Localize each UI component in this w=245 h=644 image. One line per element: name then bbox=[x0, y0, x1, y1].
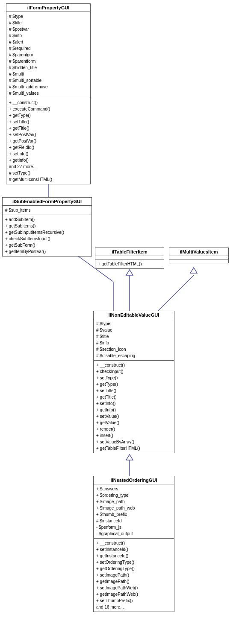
box-ilSubEnabledFormPropertyGUI: ilSubEnabledFormPropertyGUI # $sub_items… bbox=[2, 197, 92, 256]
box-fields-ilNonEditableValueGUI: # $type # $value # $title # $info # $sec… bbox=[94, 319, 174, 361]
box-fields-ilMultiValuesItem bbox=[169, 256, 228, 259]
box-methods-ilTableFilterItem: + getTableFilterHTML() bbox=[95, 259, 164, 268]
svg-marker-8 bbox=[190, 268, 197, 273]
box-title-ilNonEditableValueGUI: ilNonEditableValueGUI bbox=[94, 311, 174, 319]
box-ilMultiValuesItem: ilMultiValuesItem bbox=[169, 248, 229, 263]
box-title-ilSubEnabledFormPropertyGUI: ilSubEnabledFormPropertyGUI bbox=[3, 198, 92, 206]
box-ilFormPropertyGUI: ilFormPropertyGUI # $type # $title # $po… bbox=[6, 3, 91, 184]
box-fields-ilNestedOrderingGUI: + $answers + $ordering_type + $image_pat… bbox=[94, 484, 174, 539]
svg-line-7 bbox=[158, 275, 194, 311]
box-methods-ilSubEnabledFormPropertyGUI: + addSubItem() + getSubItems() + getSubI… bbox=[3, 215, 92, 256]
box-title-ilMultiValuesItem: ilMultiValuesItem bbox=[169, 248, 228, 256]
box-title-ilNestedOrderingGUI: ilNestedOrderingGUI bbox=[94, 476, 174, 484]
box-methods-ilNestedOrderingGUI: + __construct() + setInstanceId() + getI… bbox=[94, 539, 174, 612]
diagram-container: ilFormPropertyGUI # $type # $title # $po… bbox=[0, 0, 245, 644]
box-methods-ilMultiValuesItem bbox=[169, 259, 228, 263]
box-section-empty-ilTableFilterItem bbox=[95, 256, 164, 259]
box-methods-ilNonEditableValueGUI: + __construct() + checkInput() + setType… bbox=[94, 361, 174, 453]
box-fields-ilSubEnabledFormPropertyGUI: # $sub_items bbox=[3, 206, 92, 215]
svg-marker-10 bbox=[126, 455, 133, 460]
box-title-ilFormPropertyGUI: ilFormPropertyGUI bbox=[6, 4, 90, 12]
box-ilNestedOrderingGUI: ilNestedOrderingGUI + $answers + $orderi… bbox=[93, 476, 174, 612]
box-ilTableFilterItem: ilTableFilterItem + getTableFilterHTML() bbox=[95, 248, 164, 269]
svg-marker-6 bbox=[126, 270, 133, 275]
box-title-ilTableFilterItem: ilTableFilterItem bbox=[95, 248, 164, 256]
box-ilNonEditableValueGUI: ilNonEditableValueGUI # $type # $value #… bbox=[93, 311, 174, 453]
box-methods-ilFormPropertyGUI: + __construct() + executeCommand() + get… bbox=[6, 98, 90, 184]
box-fields-ilFormPropertyGUI: # $type # $title # $postvar # $info # $a… bbox=[6, 12, 90, 98]
